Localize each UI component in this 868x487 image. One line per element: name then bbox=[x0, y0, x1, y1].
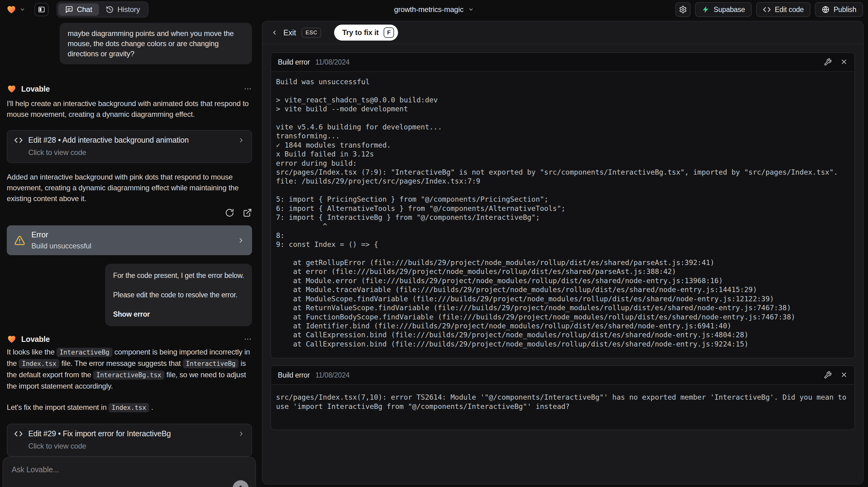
supabase-label: Supabase bbox=[714, 5, 745, 14]
topbar-actions: Supabase Edit code Publish bbox=[675, 2, 863, 17]
globe-icon bbox=[822, 5, 830, 13]
edit-code-button[interactable]: Edit code bbox=[756, 2, 810, 17]
open-preview-button[interactable] bbox=[243, 208, 252, 217]
chevron-right-icon bbox=[237, 237, 245, 244]
chevron-down-icon bbox=[468, 7, 474, 12]
console-line: ✓ 1844 modules transformed. bbox=[276, 141, 849, 150]
show-error-link[interactable]: Show error bbox=[113, 309, 244, 319]
console-line: 5: import { PricingSection } from "@/com… bbox=[276, 195, 849, 204]
restore-button[interactable] bbox=[225, 208, 234, 217]
composer-input[interactable]: Ask Lovable... bbox=[12, 465, 247, 474]
console-line bbox=[276, 114, 849, 123]
ellipsis-icon bbox=[243, 335, 252, 343]
console-line: > vite build --mode development bbox=[276, 104, 849, 114]
message-menu-button[interactable] bbox=[243, 335, 252, 343]
chevron-left-icon bbox=[271, 29, 278, 36]
console-line: at ModuleScope.findVariable (file:///bui… bbox=[276, 295, 849, 303]
close-icon bbox=[840, 58, 848, 65]
console-line: at CallExpression.bind (file:///builds/2… bbox=[276, 340, 849, 348]
code-brackets-icon bbox=[14, 136, 23, 145]
console-line: at Identifier.bind (file:///builds/29/pr… bbox=[276, 322, 849, 331]
code-brackets-icon bbox=[763, 5, 771, 13]
chat-panel: maybe diagramming points and when you mo… bbox=[0, 19, 261, 487]
send-button[interactable] bbox=[233, 480, 249, 487]
inline-code: Index.tsx bbox=[19, 359, 59, 368]
refresh-icon bbox=[225, 208, 234, 217]
wrench-icon bbox=[824, 371, 832, 379]
edit-card-29[interactable]: Edit #29 • Fix import error for Interact… bbox=[7, 424, 252, 457]
assistant-intro-text: I'll help create an interactive backgrou… bbox=[7, 98, 252, 120]
console-line: at error (file:///builds/29/project/node… bbox=[276, 267, 849, 276]
console-line: at getRollupError (file:///builds/29/pro… bbox=[276, 258, 849, 267]
settings-button[interactable] bbox=[675, 2, 691, 17]
assistant-diagnosis-text: It looks like the InteractiveBg componen… bbox=[7, 346, 252, 391]
publish-label: Publish bbox=[834, 5, 856, 14]
user-error-line-2: Please edit the code to resolve the erro… bbox=[113, 290, 244, 300]
build-error-header: Build error 11/08/2024 bbox=[271, 53, 855, 72]
exit-label: Exit bbox=[283, 28, 296, 37]
tab-history-label: History bbox=[117, 5, 140, 14]
tab-chat[interactable]: Chat bbox=[58, 3, 99, 16]
console-line: x Build failed in 3.12s bbox=[276, 150, 849, 159]
message-menu-button[interactable] bbox=[243, 85, 252, 93]
build-error-title: Build error bbox=[278, 58, 310, 66]
lovable-heart-icon bbox=[6, 4, 17, 15]
fix-error-button[interactable] bbox=[824, 371, 832, 379]
esc-key-badge: ESC bbox=[302, 28, 321, 38]
build-error-console: src/pages/Index.tsx(7,10): error TS2614:… bbox=[271, 385, 855, 429]
error-viewer-body: Build error 11/08/2024 Build was unsucce… bbox=[262, 44, 863, 438]
console-line bbox=[276, 186, 849, 195]
assistant-fix-text: Let's fix the import statement in Index.… bbox=[7, 402, 252, 413]
close-error-button[interactable] bbox=[840, 371, 848, 379]
lovable-heart-icon bbox=[7, 84, 17, 94]
fix-error-button[interactable] bbox=[824, 58, 832, 66]
message-action-icons bbox=[7, 208, 252, 217]
supabase-button[interactable]: Supabase bbox=[695, 2, 752, 17]
chat-composer[interactable]: Ask Lovable... Attach Select Default bbox=[2, 457, 256, 487]
assistant-message-header: Lovable bbox=[7, 334, 252, 344]
text-segment: It looks like the bbox=[7, 348, 57, 356]
try-to-fix-button[interactable]: Try to fix it F bbox=[334, 25, 398, 40]
assistant-summary-text: Added an interactive background with pin… bbox=[7, 172, 252, 204]
build-error-card[interactable]: Error Build unsuccessful bbox=[7, 225, 252, 255]
build-error-console: Build was unsuccessful> vite_react_shadc… bbox=[271, 72, 855, 358]
console-line: 8: bbox=[276, 231, 849, 240]
wrench-icon bbox=[824, 58, 832, 66]
build-error-title: Build error bbox=[278, 371, 310, 379]
assistant-name: Lovable bbox=[21, 335, 50, 344]
console-line: at CallExpression.bind (file:///builds/2… bbox=[276, 331, 849, 339]
build-error-header: Build error 11/08/2024 bbox=[271, 366, 855, 385]
build-error-date: 11/08/2024 bbox=[315, 58, 349, 66]
console-line: 6: import { AlternativeTools } from "@/c… bbox=[276, 204, 849, 213]
arrow-up-icon bbox=[237, 484, 245, 487]
edit-card-28[interactable]: Edit #28 • Add interactive background an… bbox=[7, 130, 252, 163]
chevron-right-icon bbox=[238, 137, 245, 144]
edit-card-subtitle: Click to view code bbox=[28, 148, 245, 157]
publish-button[interactable]: Publish bbox=[815, 2, 863, 17]
text-segment: Let's fix the import statement in bbox=[7, 403, 108, 412]
console-line: at Module.error (file:///builds/29/proje… bbox=[276, 276, 849, 285]
build-error-block-2: Build error 11/08/2024 src/pages/Index.t… bbox=[271, 365, 855, 430]
history-icon bbox=[106, 5, 114, 13]
chevron-right-icon bbox=[238, 430, 245, 437]
edit-card-title: Edit #29 • Fix import error for Interact… bbox=[28, 429, 171, 438]
console-line: at FunctionBodyScope.findVariable (file:… bbox=[276, 313, 849, 322]
inline-code: Index.tsx bbox=[108, 403, 149, 412]
lovable-logo-menu[interactable] bbox=[6, 4, 25, 15]
exit-button[interactable]: Exit ESC bbox=[271, 28, 321, 38]
tab-history[interactable]: History bbox=[99, 3, 147, 16]
inline-code: InteractiveBg.tsx bbox=[93, 370, 164, 380]
assistant-name: Lovable bbox=[21, 85, 50, 93]
project-switcher[interactable]: growth-metrics-magic bbox=[394, 5, 474, 14]
console-line bbox=[276, 249, 849, 258]
build-error-date: 11/08/2024 bbox=[315, 371, 349, 379]
close-error-button[interactable] bbox=[840, 58, 848, 66]
sidebar-toggle-button[interactable] bbox=[34, 3, 49, 16]
user-error-line-1: For the code present, I get the error be… bbox=[113, 271, 244, 281]
console-line: 7: import { InteractiveBg } from "@/comp… bbox=[276, 213, 849, 222]
console-line: Build was unsuccessful bbox=[276, 78, 849, 86]
error-card-subtitle: Build unsuccessful bbox=[31, 242, 91, 250]
console-line: at Module.traceVariable (file:///builds/… bbox=[276, 285, 849, 294]
top-bar: Chat History growth-metrics-magic Supaba… bbox=[0, 0, 868, 19]
build-error-block-1: Build error 11/08/2024 Build was unsucce… bbox=[271, 52, 855, 359]
